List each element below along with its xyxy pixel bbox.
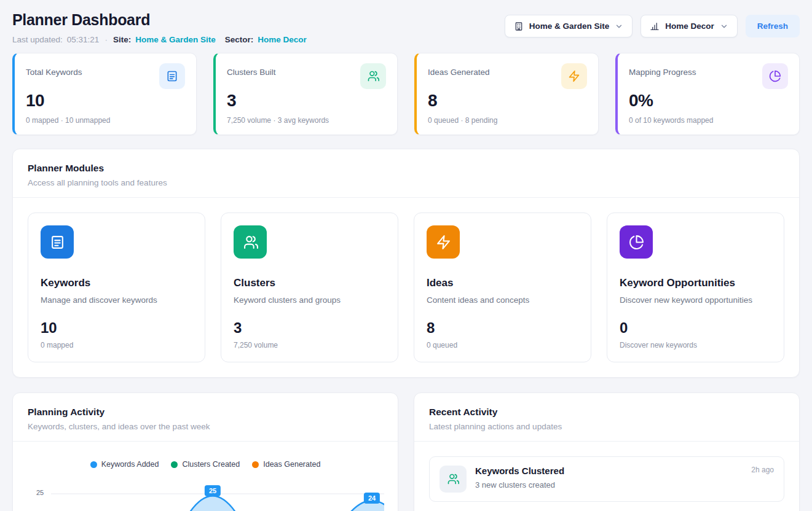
data-point-label: 25 [205,485,221,496]
stat-label: Ideas Generated [428,63,490,77]
lightning-icon [561,63,587,89]
module-card-ideas[interactable]: Ideas Content ideas and concepts 8 0 que… [414,213,591,362]
activity-item-detail: 3 new clusters created [475,480,774,490]
stat-card-mapping-progress: Mapping Progress 0% 0 of 10 keywords map… [615,53,800,135]
module-value: 10 [41,319,192,337]
sector-selector-dropdown[interactable]: Home Decor [641,15,738,37]
activity-item-body: Keywords Clustered 2h ago 3 new clusters… [475,466,774,493]
chevron-down-icon [615,22,623,31]
chart-legend: Keywords Added Clusters Created Ideas Ge… [13,460,398,469]
stat-detail: 7,250 volume · 3 avg keywords [227,116,386,125]
module-title: Keyword Opportunities [620,277,771,289]
legend-dot-orange [252,461,259,468]
recent-activity-header: Recent Activity Latest planning actions … [414,393,799,442]
stat-detail: 0 mapped · 10 unmapped [26,116,185,125]
planner-modules-header: Planner Modules Access all planning tool… [13,149,799,198]
module-title: Keywords [41,277,192,289]
module-description: Content ideas and concepts [427,295,578,305]
sector-label: Sector: [225,35,254,44]
module-value: 0 [620,319,771,337]
stat-detail: 0 of 10 keywords mapped [629,116,788,125]
activity-chart: 25 25 24 [28,476,383,511]
stat-value: 8 [428,91,587,111]
activity-item-time: 2h ago [751,466,774,474]
activity-item-keywords-clustered[interactable]: Keywords Clustered 2h ago 3 new clusters… [429,456,784,502]
stat-detail: 0 queued · 8 pending [428,116,587,125]
site-label: Site: [113,35,131,44]
sector-selector-label: Home Decor [665,21,714,31]
stat-card-clusters-built: Clusters Built 3 7,250 volume · 3 avg ke… [213,53,398,135]
last-updated-label: Last updated: [12,35,63,44]
recent-activity-panel: Recent Activity Latest planning actions … [414,392,800,511]
legend-label: Clusters Created [182,460,240,469]
legend-dot-blue [90,461,97,468]
panel-title: Planner Modules [28,163,784,174]
module-card-clusters[interactable]: Clusters Keyword clusters and groups 3 7… [221,213,398,362]
stat-value: 10 [26,91,185,111]
legend-item-ideas-generated[interactable]: Ideas Generated [252,460,320,469]
module-detail: 0 mapped [41,341,192,349]
pie-chart-icon [620,225,653,259]
users-icon [440,466,467,493]
module-description: Manage and discover keywords [41,295,192,305]
stat-card-ideas-generated: Ideas Generated 8 0 queued · 8 pending [414,53,599,135]
modules-grid: Keywords Manage and discover keywords 10… [13,198,799,377]
planning-activity-panel: Planning Activity Keywords, clusters, an… [12,392,398,511]
sector-link[interactable]: Home Decor [258,35,307,44]
legend-label: Ideas Generated [263,460,320,469]
module-value: 3 [234,319,385,337]
panel-title: Recent Activity [429,407,784,418]
planner-dashboard-page: Planner Dashboard Last updated: 05:31:21… [0,0,812,511]
stat-value: 3 [227,91,386,111]
meta-separator: · [104,35,108,44]
refresh-button[interactable]: Refresh [746,15,800,37]
planner-modules-panel: Planner Modules Access all planning tool… [12,149,800,378]
panel-subtitle: Keywords, clusters, and ideas over the p… [28,422,383,431]
lightning-icon [427,225,460,259]
panel-title: Planning Activity [28,407,383,418]
header: Planner Dashboard Last updated: 05:31:21… [12,11,800,44]
activity-list: Keywords Clustered 2h ago 3 new clusters… [414,442,799,511]
module-detail: 7,250 volume [234,341,385,349]
stat-label: Total Keywords [26,63,82,77]
module-card-keyword-opportunities[interactable]: Keyword Opportunities Discover new keywo… [607,213,784,362]
stat-label: Clusters Built [227,63,276,77]
panel-subtitle: Access all planning tools and features [28,178,784,187]
stat-label: Mapping Progress [629,63,696,77]
last-updated-value: 05:31:21 [67,35,100,44]
stat-value: 0% [629,91,788,111]
legend-dot-green [171,461,178,468]
site-selector-label: Home & Garden Site [529,21,610,31]
site-link[interactable]: Home & Garden Site [135,35,216,44]
data-point-label: 24 [364,493,380,504]
bar-chart-icon [650,21,660,31]
module-description: Keyword clusters and groups [234,295,385,305]
module-detail: Discover new keywords [620,341,771,349]
users-icon [360,63,386,89]
module-description: Discover new keyword opportunities [620,295,771,305]
header-left: Planner Dashboard Last updated: 05:31:21… [12,11,307,44]
module-card-keywords[interactable]: Keywords Manage and discover keywords 10… [28,213,205,362]
document-lines-icon [41,225,74,259]
stat-card-total-keywords: Total Keywords 10 0 mapped · 10 unmapped [12,53,197,135]
stats-row: Total Keywords 10 0 mapped · 10 unmapped… [12,53,800,135]
building-icon [514,21,524,31]
header-actions: Home & Garden Site Home Decor Refresh [505,15,800,37]
panel-subtitle: Latest planning actions and updates [429,422,784,431]
header-meta: Last updated: 05:31:21 · Site: Home & Ga… [12,35,307,44]
legend-item-keywords-added[interactable]: Keywords Added [90,460,159,469]
bottom-row: Planning Activity Keywords, clusters, an… [12,392,800,511]
legend-label: Keywords Added [101,460,159,469]
page-title: Planner Dashboard [12,11,307,29]
users-icon [234,225,267,259]
module-title: Clusters [234,277,385,289]
site-selector-dropdown[interactable]: Home & Garden Site [505,15,633,37]
chevron-down-icon [720,22,728,31]
module-value: 8 [427,319,578,337]
pie-chart-icon [762,63,788,89]
legend-item-clusters-created[interactable]: Clusters Created [171,460,240,469]
document-lines-icon [159,63,185,89]
planning-activity-header: Planning Activity Keywords, clusters, an… [13,393,398,442]
activity-item-title: Keywords Clustered [475,466,564,476]
module-detail: 0 queued [427,341,578,349]
